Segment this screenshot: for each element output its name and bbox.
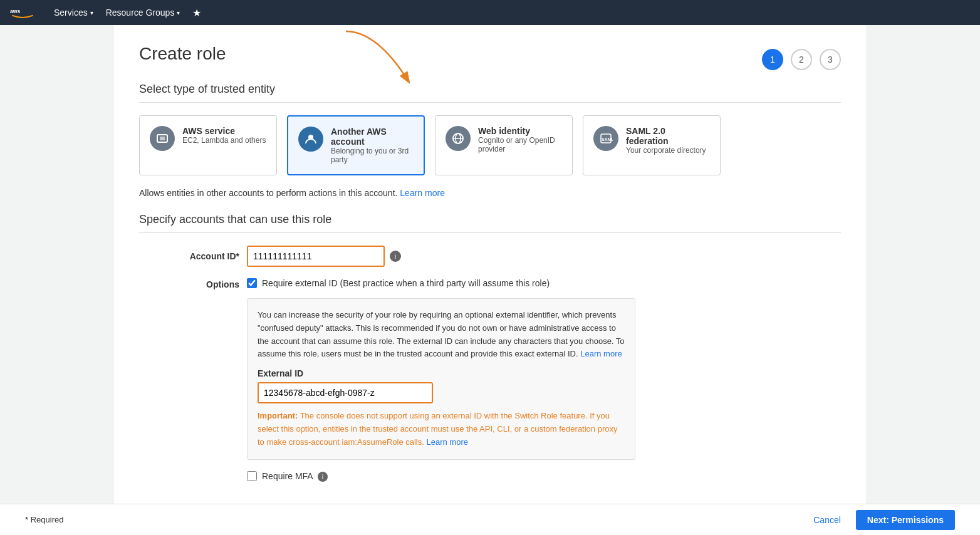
trusted-entity-title: Select type of trusted entity: [139, 83, 841, 103]
options-row: Options Require external ID (Best practi…: [139, 278, 841, 460]
external-id-section: External ID: [258, 368, 625, 403]
svg-rect-3: [160, 137, 165, 140]
external-id-info-box: You can increase the security of your ro…: [247, 298, 635, 460]
next-permissions-button[interactable]: Next: Permissions: [856, 510, 955, 530]
require-mfa-checkbox[interactable]: [247, 471, 257, 481]
options-content: Require external ID (Best practice when …: [247, 278, 635, 460]
aws-service-sub: EC2, Lambda and others: [182, 136, 266, 145]
cancel-button[interactable]: Cancel: [806, 511, 848, 529]
info-box-text: You can increase the security of your ro…: [258, 309, 625, 361]
step-2[interactable]: 2: [791, 49, 812, 70]
step-3[interactable]: 3: [820, 49, 841, 70]
card-another-aws-account[interactable]: Another AWS account Belonging to you or …: [287, 115, 425, 175]
description-text: Allows entities in other accounts to per…: [139, 188, 841, 198]
aws-service-title: AWS service: [182, 126, 266, 136]
entity-cards: AWS service EC2, Lambda and others Anoth…: [139, 115, 841, 175]
step-1[interactable]: 1: [762, 49, 783, 70]
mfa-info-icon[interactable]: i: [318, 472, 328, 482]
another-account-title: Another AWS account: [331, 127, 414, 147]
navbar: aws Services ▾ Resource Groups ▾ ★: [0, 0, 980, 25]
account-id-input[interactable]: [247, 246, 385, 267]
aws-logo[interactable]: aws: [10, 4, 35, 21]
footer: * Required Cancel Next: Permissions: [0, 504, 980, 535]
account-id-row: Account ID* i: [139, 246, 841, 267]
require-external-id-row: Require external ID (Best practice when …: [247, 278, 635, 288]
main-content: Create role 1 2 3 Select type of trusted…: [114, 25, 866, 532]
resource-groups-label: Resource Groups: [106, 8, 175, 18]
card-saml[interactable]: SAML SAML 2.0 federation Your corporate …: [583, 115, 721, 175]
require-external-id-checkbox[interactable]: [247, 278, 257, 288]
web-identity-icon: [446, 126, 471, 151]
web-identity-text: Web identity Cognito or any OpenID provi…: [478, 126, 562, 153]
page-header: Create role 1 2 3: [139, 44, 841, 70]
saml-text: SAML 2.0 federation Your corporate direc…: [626, 126, 710, 155]
services-menu[interactable]: Services ▾: [54, 8, 93, 18]
options-label: Options: [139, 278, 239, 289]
learn-more-3-link[interactable]: Learn more: [427, 437, 468, 447]
another-account-icon: [298, 127, 323, 152]
card-aws-service[interactable]: AWS service EC2, Lambda and others: [139, 115, 277, 175]
card-web-identity[interactable]: Web identity Cognito or any OpenID provi…: [435, 115, 573, 175]
services-label: Services: [54, 8, 88, 18]
favorites-icon[interactable]: ★: [192, 7, 201, 19]
account-id-input-wrapper: i: [247, 246, 401, 267]
resource-groups-menu[interactable]: Resource Groups ▾: [106, 8, 180, 18]
external-id-input[interactable]: [258, 382, 433, 403]
web-identity-sub: Cognito or any OpenID provider: [478, 136, 562, 153]
aws-service-icon: [150, 126, 175, 151]
saml-icon: SAML: [593, 126, 618, 151]
require-mfa-row: Require MFA i: [247, 471, 841, 482]
aws-service-text: AWS service EC2, Lambda and others: [182, 126, 266, 145]
another-account-text: Another AWS account Belonging to you or …: [331, 127, 414, 164]
require-external-id-label[interactable]: Require external ID (Best practice when …: [262, 278, 550, 288]
svg-text:SAML: SAML: [602, 137, 613, 142]
saml-title: SAML 2.0 federation: [626, 126, 710, 146]
svg-text:aws: aws: [10, 8, 21, 14]
another-account-sub: Belonging to you or 3rd party: [331, 147, 414, 164]
learn-more-2-link[interactable]: Learn more: [580, 349, 622, 358]
resource-groups-chevron-icon: ▾: [177, 9, 180, 16]
learn-more-1-link[interactable]: Learn more: [400, 188, 445, 198]
account-id-info-icon[interactable]: i: [390, 251, 401, 262]
require-mfa-label[interactable]: Require MFA i: [262, 471, 328, 482]
services-chevron-icon: ▾: [90, 9, 93, 16]
saml-sub: Your corporate directory: [626, 146, 710, 155]
page-title: Create role: [139, 44, 226, 64]
accounts-section-title: Specify accounts that can use this role: [139, 213, 841, 233]
warning-text: Important: The console does not support …: [258, 410, 625, 449]
account-id-label: Account ID*: [139, 251, 239, 261]
steps-indicator: 1 2 3: [762, 49, 841, 70]
web-identity-title: Web identity: [478, 126, 562, 136]
external-id-label: External ID: [258, 368, 625, 378]
footer-required-text: * Required: [25, 515, 63, 524]
footer-actions: Cancel Next: Permissions: [806, 510, 955, 530]
